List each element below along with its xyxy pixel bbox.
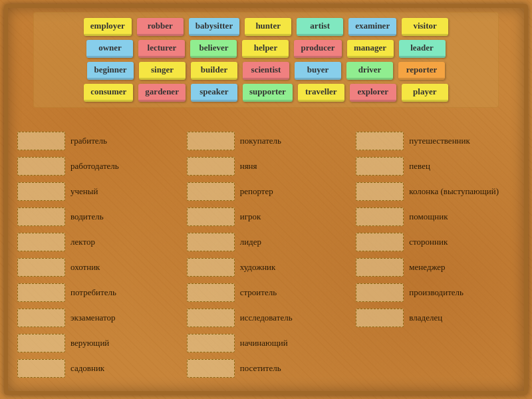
- tag-explorer[interactable]: explorer: [350, 84, 396, 102]
- answers-col-2: путешественникпевецколонка (выступающий)…: [350, 130, 520, 387]
- answer-input-box[interactable]: [17, 132, 65, 150]
- tag-owner[interactable]: owner: [86, 40, 133, 58]
- tag-lecturer[interactable]: lecturer: [138, 40, 185, 58]
- tag-leader[interactable]: leader: [399, 40, 446, 58]
- answer-row: помощник: [356, 205, 515, 228]
- answer-input-box[interactable]: [356, 309, 404, 327]
- answer-input-box[interactable]: [187, 157, 235, 176]
- tag-supporter[interactable]: supporter: [243, 84, 293, 102]
- answer-text: лектор: [70, 237, 95, 247]
- answer-row: производитель: [356, 281, 515, 304]
- answer-input-box[interactable]: [17, 309, 65, 327]
- answer-text: покупатель: [240, 136, 281, 146]
- tag-robber[interactable]: robber: [137, 18, 184, 36]
- tag-artist[interactable]: artist: [297, 18, 343, 36]
- tag-beginner[interactable]: beginner: [87, 62, 134, 80]
- answer-input-box[interactable]: [187, 258, 235, 277]
- tag-buyer[interactable]: buyer: [295, 62, 341, 80]
- answer-text: помощник: [409, 211, 448, 222]
- answer-row: колонка (выступающий): [356, 180, 515, 203]
- answer-input-box[interactable]: [17, 182, 65, 201]
- tag-examiner[interactable]: examiner: [348, 18, 396, 36]
- answer-input-box[interactable]: [17, 157, 65, 176]
- answer-text: садовник: [70, 363, 104, 374]
- answer-input-box[interactable]: [356, 207, 404, 226]
- answer-text: певец: [409, 161, 430, 172]
- tag-hunter[interactable]: hunter: [245, 18, 291, 36]
- answer-input-box[interactable]: [17, 258, 65, 277]
- answer-input-box[interactable]: [356, 258, 404, 277]
- answer-input-box[interactable]: [356, 132, 404, 150]
- tag-producer[interactable]: producer: [294, 40, 341, 58]
- answer-input-box[interactable]: [187, 233, 235, 251]
- tags-row-3: consumergardenerspeakersupportertravelle…: [41, 84, 491, 102]
- answer-text: работодатель: [70, 161, 119, 172]
- answers-section: грабительработодательученыйводительлекто…: [12, 130, 520, 387]
- answer-text: потребитель: [70, 287, 116, 298]
- tag-manager[interactable]: manager: [347, 40, 394, 58]
- tag-babysitter[interactable]: babysitter: [189, 18, 239, 36]
- answer-text: верующий: [70, 338, 109, 348]
- answer-input-box[interactable]: [187, 334, 235, 352]
- answer-row: посетитель: [187, 357, 346, 380]
- answer-row: менеджер: [356, 256, 515, 279]
- tag-employer[interactable]: employer: [84, 18, 132, 36]
- answer-text: репортер: [240, 186, 273, 197]
- answer-text: няня: [240, 161, 257, 172]
- answer-text: лидер: [240, 237, 261, 247]
- answer-input-box[interactable]: [17, 283, 65, 302]
- answer-text: исследователь: [240, 313, 293, 323]
- answer-row: владелец: [356, 307, 515, 329]
- answer-row: исследователь: [187, 307, 346, 329]
- answer-text: менеджер: [409, 262, 445, 273]
- answer-input-box[interactable]: [356, 233, 404, 251]
- tag-believer[interactable]: believer: [190, 40, 237, 58]
- tag-speaker[interactable]: speaker: [191, 84, 237, 102]
- answer-input-box[interactable]: [356, 157, 404, 176]
- answer-row: верующий: [17, 332, 176, 354]
- tags-row-1: ownerlecturerbelieverhelperproducermanag…: [41, 40, 491, 58]
- tag-traveller[interactable]: traveller: [298, 84, 344, 102]
- answer-row: садовник: [17, 357, 176, 380]
- tags-row-2: beginnersingerbuilderscientistbuyerdrive…: [41, 62, 491, 80]
- tag-helper[interactable]: helper: [242, 40, 289, 58]
- answer-input-box[interactable]: [17, 334, 65, 352]
- answer-row: грабитель: [17, 130, 176, 152]
- answer-input-box[interactable]: [187, 182, 235, 201]
- tag-gardener[interactable]: gardener: [138, 84, 186, 102]
- answer-input-box[interactable]: [187, 207, 235, 226]
- answer-input-box[interactable]: [17, 359, 65, 378]
- tag-visitor[interactable]: visitor: [402, 18, 448, 36]
- answer-text: строитель: [240, 287, 277, 298]
- answer-row: охотник: [17, 256, 176, 279]
- answer-text: водитель: [70, 211, 104, 222]
- answer-input-box[interactable]: [187, 283, 235, 302]
- tag-player[interactable]: player: [402, 84, 448, 102]
- answer-row: потребитель: [17, 281, 176, 304]
- answer-input-box[interactable]: [356, 182, 404, 201]
- answer-input-box[interactable]: [187, 309, 235, 327]
- answer-text: производитель: [409, 287, 464, 298]
- answer-row: начинающий: [187, 332, 346, 354]
- answers-col-1: покупательнянярепортеригроклидерхудожник…: [182, 130, 351, 387]
- tag-scientist[interactable]: scientist: [243, 62, 289, 80]
- answer-row: игрок: [187, 205, 346, 228]
- answer-row: лектор: [17, 231, 176, 253]
- tag-consumer[interactable]: consumer: [84, 84, 133, 102]
- answer-input-box[interactable]: [17, 233, 65, 251]
- answer-row: водитель: [17, 205, 176, 228]
- answer-text: грабитель: [70, 136, 107, 146]
- answer-row: сторонник: [356, 231, 515, 253]
- answer-input-box[interactable]: [356, 283, 404, 302]
- answer-input-box[interactable]: [187, 359, 235, 378]
- answer-text: игрок: [240, 211, 261, 222]
- answer-input-box[interactable]: [187, 132, 235, 150]
- tag-driver[interactable]: driver: [346, 62, 393, 80]
- answer-row: работодатель: [17, 155, 176, 178]
- tags-row-0: employerrobberbabysitterhunterartistexam…: [41, 18, 491, 36]
- tag-singer[interactable]: singer: [139, 62, 186, 80]
- tag-builder[interactable]: builder: [191, 62, 237, 80]
- tag-reporter[interactable]: reporter: [398, 62, 445, 80]
- answer-input-box[interactable]: [17, 207, 65, 226]
- answer-row: путешественник: [356, 130, 515, 152]
